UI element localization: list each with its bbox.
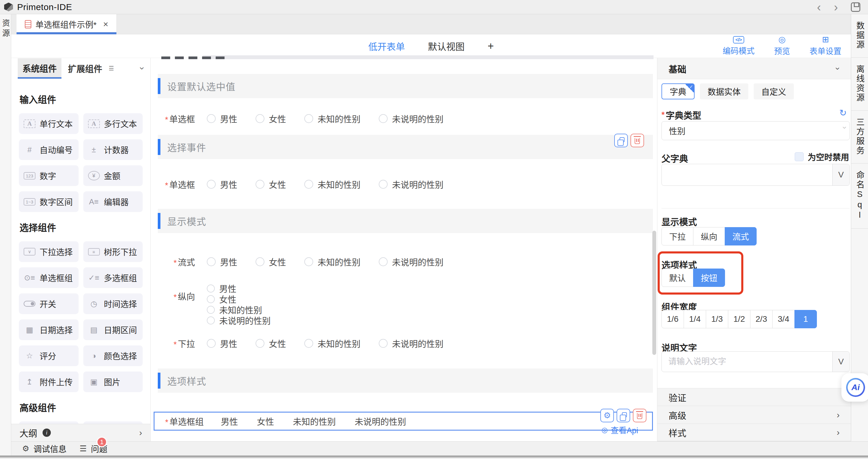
radio-field-row[interactable]: *单选框 男性女性未知的性别未说明的性别 bbox=[151, 112, 462, 125]
component-item[interactable]: A单行文本 bbox=[19, 113, 79, 134]
selected-radio-group-component[interactable]: *单选框组 男性女性未知的性别未说明的性别 bbox=[154, 412, 653, 431]
component-item[interactable]: A≡编辑器 bbox=[83, 191, 143, 212]
radio-option[interactable]: 未说明的性别 bbox=[355, 415, 406, 427]
component-item[interactable]: ≡树形下拉 bbox=[83, 241, 143, 262]
radio-field-row-vertical[interactable]: *纵向 男性女性未知的性别未说明的性别 bbox=[151, 283, 271, 325]
tab-data-entity[interactable]: 数据实体 bbox=[700, 83, 748, 99]
right-rail-item[interactable]: 离线资源 bbox=[851, 58, 868, 111]
component-list-menu-icon[interactable]: ☰ bbox=[109, 65, 114, 72]
collapse-panel-chevron-icon[interactable]: › bbox=[137, 67, 148, 70]
radio-button-icon[interactable] bbox=[207, 285, 215, 292]
segment-option[interactable]: 1 bbox=[795, 310, 817, 328]
radio-button-icon[interactable] bbox=[255, 257, 265, 266]
collapse-basic-chevron-icon[interactable]: › bbox=[833, 67, 842, 70]
component-item[interactable]: ▦日期选择 bbox=[19, 319, 79, 340]
radio-field-row-dropdown[interactable]: *下拉 男性女性未知的性别未说明的性别 bbox=[151, 337, 462, 350]
radio-option[interactable]: 男性 bbox=[207, 283, 236, 293]
segment-option[interactable]: 1/3 bbox=[706, 310, 728, 328]
ai-assistant-button[interactable]: Ai bbox=[841, 373, 868, 402]
tab-dictionary[interactable]: 字典 ✓ bbox=[661, 83, 694, 99]
section-advanced[interactable]: 高级 › bbox=[657, 406, 851, 424]
component-item[interactable]: #自动编号 bbox=[19, 139, 79, 160]
radio-button-icon[interactable] bbox=[304, 339, 313, 348]
component-item[interactable]: ↥附件上传 bbox=[19, 371, 79, 392]
segment-option[interactable]: 3/4 bbox=[772, 310, 795, 328]
radio-option[interactable]: 女性 bbox=[255, 337, 286, 350]
section-header-default-value[interactable]: 设置默认选中值 bbox=[158, 74, 653, 98]
radio-option[interactable]: 女性 bbox=[255, 112, 286, 125]
radio-button-icon[interactable] bbox=[207, 257, 216, 266]
copy-component-button[interactable] bbox=[617, 409, 630, 422]
inspector-section-basic[interactable]: 基础 › bbox=[657, 58, 851, 79]
component-item[interactable]: ○人员选择 bbox=[19, 422, 79, 424]
refresh-icon[interactable]: ↻ bbox=[839, 108, 847, 118]
component-item[interactable]: ⊙≡单选框组 bbox=[19, 267, 79, 288]
section-header-option-style[interactable]: 选项样式 bbox=[158, 369, 653, 393]
copy-component-button[interactable] bbox=[614, 134, 628, 147]
delete-component-button[interactable] bbox=[630, 134, 644, 147]
help-text-field[interactable] bbox=[662, 357, 832, 367]
component-item[interactable]: ¥金额 bbox=[83, 165, 143, 186]
variable-binding-button[interactable]: V bbox=[832, 164, 849, 185]
segment-option[interactable]: 下拉 bbox=[661, 227, 693, 246]
variable-binding-button[interactable]: V bbox=[832, 352, 849, 372]
radio-option[interactable]: 未知的性别 bbox=[293, 415, 336, 427]
segment-option[interactable]: 纵向 bbox=[693, 227, 725, 246]
radio-field-row-flow[interactable]: *流式 男性女性未知的性别未说明的性别 bbox=[151, 255, 462, 268]
close-tab-icon[interactable]: × bbox=[103, 19, 108, 29]
radio-option[interactable]: 男性 bbox=[207, 337, 237, 350]
component-item[interactable]: 开关 bbox=[19, 293, 79, 314]
component-item[interactable]: ⊞机构选择 bbox=[83, 422, 143, 424]
component-item[interactable]: 1~3数字区间 bbox=[19, 191, 79, 212]
add-view-button[interactable]: + bbox=[488, 34, 494, 58]
radio-button-icon[interactable] bbox=[379, 180, 388, 189]
radio-option[interactable]: 女性 bbox=[257, 415, 274, 427]
radio-button-icon[interactable] bbox=[379, 339, 388, 348]
radio-button-icon[interactable] bbox=[207, 306, 215, 314]
radio-option[interactable]: 男性 bbox=[207, 112, 237, 125]
checkbox-icon[interactable] bbox=[795, 152, 804, 161]
radio-option[interactable]: 男性 bbox=[221, 415, 238, 427]
outline-expand-chevron-icon[interactable]: › bbox=[139, 428, 142, 438]
radio-button-icon[interactable] bbox=[379, 114, 388, 123]
radio-option[interactable]: 男性 bbox=[207, 256, 237, 268]
section-validation[interactable]: 验证 bbox=[657, 388, 851, 406]
radio-option[interactable]: 女性 bbox=[255, 256, 286, 268]
radio-option[interactable]: 男性 bbox=[207, 178, 237, 191]
tab-lowcode-form[interactable]: 低开表单 bbox=[368, 34, 405, 58]
component-item[interactable]: ◷时间选择 bbox=[83, 293, 143, 314]
radio-button-icon[interactable] bbox=[304, 257, 313, 266]
outline-row[interactable]: 大纲 i › bbox=[11, 424, 150, 441]
view-api-link[interactable]: ◎ 查看Api bbox=[601, 424, 638, 436]
component-item[interactable]: ▣图片 bbox=[83, 371, 143, 392]
dict-type-select[interactable]: 性别 › bbox=[661, 121, 850, 140]
component-item[interactable]: ✓≡多选框组 bbox=[83, 267, 143, 288]
radio-button-icon[interactable] bbox=[304, 114, 313, 123]
radio-button-icon[interactable] bbox=[207, 114, 216, 123]
radio-button-icon[interactable] bbox=[207, 316, 215, 324]
segment-option[interactable]: 默认 bbox=[661, 268, 693, 287]
segment-option[interactable]: 1/6 bbox=[661, 310, 684, 328]
section-header-display-mode[interactable]: 显示模式 bbox=[158, 209, 653, 233]
disable-when-empty[interactable]: 为空时禁用 bbox=[795, 151, 849, 163]
radio-option[interactable]: 未说明的性别 bbox=[379, 256, 443, 268]
radio-button-icon[interactable] bbox=[255, 339, 265, 348]
component-item[interactable]: A多行文本 bbox=[83, 113, 143, 134]
parent-dict-field[interactable] bbox=[662, 170, 832, 179]
radio-option[interactable]: 女性 bbox=[255, 178, 286, 191]
parent-dict-input[interactable]: V bbox=[661, 164, 850, 186]
component-item[interactable]: ◑颜色选择 bbox=[83, 345, 143, 366]
section-style[interactable]: 样式 › bbox=[657, 424, 851, 441]
radio-button-icon[interactable] bbox=[207, 180, 216, 189]
radio-option[interactable]: 女性 bbox=[207, 294, 236, 304]
nav-back-icon[interactable]: ‹ bbox=[817, 1, 821, 13]
radio-button-icon[interactable] bbox=[304, 180, 313, 189]
segment-option[interactable]: 1/4 bbox=[684, 310, 706, 328]
right-rail-item[interactable]: 数据源 bbox=[851, 14, 868, 58]
segment-option[interactable]: 流式 bbox=[725, 227, 756, 246]
radio-option[interactable]: 未说明的性别 bbox=[379, 112, 443, 125]
radio-option[interactable]: 未知的性别 bbox=[304, 256, 361, 268]
debug-info-button[interactable]: ⚙ 调试信息 bbox=[22, 443, 66, 455]
tab-system-components[interactable]: 系统组件 bbox=[18, 58, 61, 79]
radio-option[interactable]: 未知的性别 bbox=[207, 305, 262, 315]
